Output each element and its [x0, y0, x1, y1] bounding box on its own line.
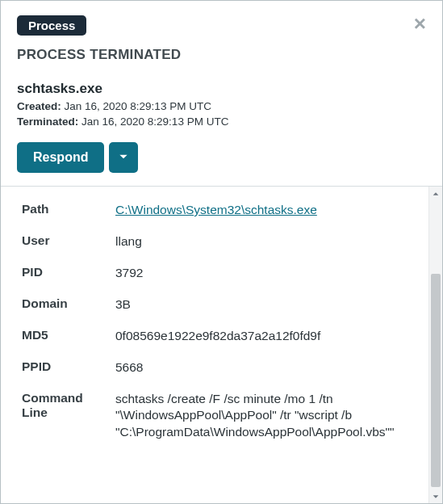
detail-row-user: User llang — [1, 226, 428, 258]
process-name: schtasks.exe — [17, 81, 426, 97]
created-value: Jan 16, 2020 8:29:13 PM UTC — [65, 100, 211, 112]
scroll-down-arrow-icon[interactable] — [429, 489, 442, 503]
panel-header: Process × PROCESS TERMINATED schtasks.ex… — [1, 1, 442, 187]
scrollbar-track[interactable] — [428, 187, 442, 503]
chevron-down-icon — [118, 151, 129, 165]
path-value: C:\Windows\System32\schtasks.exe — [115, 202, 419, 219]
scroll-up-arrow-icon[interactable] — [429, 187, 442, 200]
md5-value: 0f08569e1922e9f82da37a2a12f0fd9f — [115, 328, 419, 345]
detail-row-domain: Domain 3B — [1, 289, 428, 321]
detail-row-cmdline: Command Line schtasks /create /F /sc min… — [1, 384, 428, 449]
terminated-line: Terminated: Jan 16, 2020 8:29:13 PM UTC — [17, 116, 426, 128]
ppid-value: 5668 — [115, 359, 419, 376]
respond-dropdown-button[interactable] — [109, 142, 138, 173]
domain-label: Domain — [22, 296, 115, 313]
detail-row-path: Path C:\Windows\System32\schtasks.exe — [1, 195, 428, 226]
path-label: Path — [22, 202, 115, 219]
detail-row-pid: PID 3792 — [1, 258, 428, 289]
pid-label: PID — [22, 265, 115, 282]
close-icon[interactable]: × — [414, 15, 426, 32]
status-title: PROCESS TERMINATED — [17, 47, 426, 63]
cmdline-label: Command Line — [22, 391, 115, 442]
respond-button[interactable]: Respond — [17, 142, 104, 173]
cmdline-value: schtasks /create /F /sc minute /mo 1 /tn… — [115, 391, 419, 442]
details-section: Path C:\Windows\System32\schtasks.exe Us… — [1, 187, 442, 503]
process-badge: Process — [17, 15, 86, 36]
md5-label: MD5 — [22, 328, 115, 345]
ppid-label: PPID — [22, 359, 115, 376]
respond-button-group: Respond — [17, 142, 426, 173]
header-row: Process × — [17, 15, 426, 36]
created-line: Created: Jan 16, 2020 8:29:13 PM UTC — [17, 100, 426, 112]
path-link[interactable]: C:\Windows\System32\schtasks.exe — [115, 203, 317, 216]
detail-row-ppid: PPID 5668 — [1, 352, 428, 384]
detail-row-md5: MD5 0f08569e1922e9f82da37a2a12f0fd9f — [1, 321, 428, 352]
created-label: Created: — [17, 100, 61, 112]
pid-value: 3792 — [115, 265, 419, 282]
user-value: llang — [115, 233, 419, 250]
domain-value: 3B — [115, 296, 419, 313]
scrollbar-thumb[interactable] — [431, 274, 441, 487]
terminated-value: Jan 16, 2020 8:29:13 PM UTC — [81, 116, 228, 128]
details-scroll-area[interactable]: Path C:\Windows\System32\schtasks.exe Us… — [1, 187, 428, 503]
terminated-label: Terminated: — [17, 116, 78, 128]
user-label: User — [22, 233, 115, 250]
